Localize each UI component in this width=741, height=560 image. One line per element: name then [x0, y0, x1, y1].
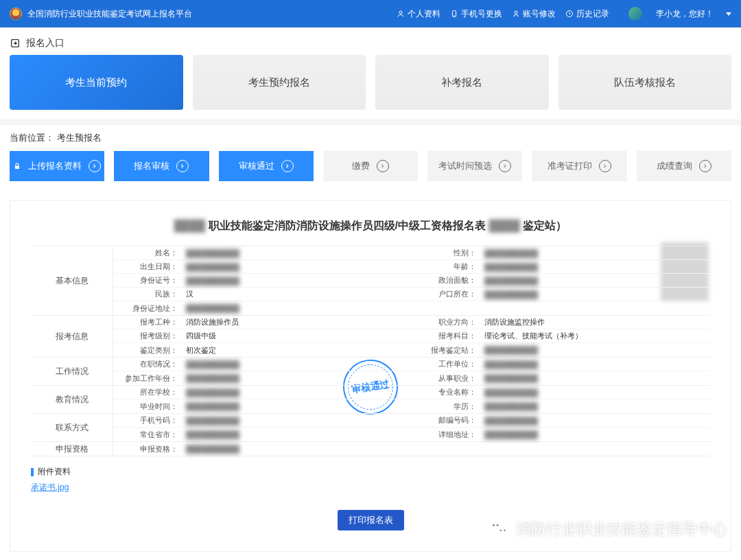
- label-edu: 学历：: [412, 400, 480, 413]
- value-idaddr: ██████████: [182, 303, 710, 314]
- value-gradtime: ██████████: [182, 401, 412, 412]
- entry-tabs: 考生当前预约 考生预约报名 补考报名 队伍考核报名: [0, 55, 741, 119]
- svg-point-3: [515, 11, 517, 14]
- tab-pre-register[interactable]: 考生预约报名: [193, 55, 366, 110]
- value-career: ██████████: [480, 373, 710, 384]
- tab-team-assess[interactable]: 队伍考核报名: [558, 55, 732, 110]
- user-greeting: 李小龙，您好！: [656, 8, 714, 20]
- tab-retake[interactable]: 补考报名: [375, 55, 549, 110]
- value-workunit: ██████████: [480, 359, 710, 370]
- rows-work: 在职情况： ██████████ 工作单位： ██████████ 参加工作年份…: [113, 358, 710, 386]
- step-nav: 上传报名资料 报名审核 审核通过 缴费 考试时间预选 准考证打印 成绩查询: [0, 151, 741, 191]
- app-title: 全国消防行业职业技能鉴定考试网上报名平台: [27, 8, 192, 20]
- step-upload-label: 上传报名资料: [28, 160, 82, 172]
- chevron-right-icon: [89, 160, 101, 172]
- entry-icon: [10, 38, 21, 49]
- group-edu: 教育情况: [31, 386, 113, 414]
- step-payment[interactable]: 缴费: [323, 151, 418, 181]
- label-gender: 性别：: [412, 246, 480, 259]
- breadcrumb: 当前位置： 考生预报名: [0, 125, 741, 151]
- label-level: 报考级别：: [113, 329, 182, 342]
- value-gender: ██████████: [480, 248, 710, 259]
- nav-profile[interactable]: 个人资料: [397, 8, 440, 20]
- label-jobstat: 在职情况：: [113, 358, 182, 371]
- label-school: 所在学校：: [113, 386, 182, 399]
- registration-form-panel: ████ 职业技能鉴定消防消防设施操作员四级/中级工资格报名表 ████ 鉴定站…: [10, 200, 731, 552]
- label-province: 常住省市：: [113, 428, 182, 441]
- phone-icon: [450, 10, 458, 18]
- label-subject: 报考科目：: [412, 329, 480, 342]
- value-age: ██████████: [480, 261, 710, 272]
- nav-phone[interactable]: 手机号更换: [450, 8, 502, 20]
- svg-point-2: [454, 16, 455, 16]
- breadcrumb-label: 当前位置：: [10, 132, 54, 143]
- rows-contact: 手机号码： ██████████ 邮编号码： ██████████ 常住省市： …: [113, 414, 710, 442]
- value-subject: 理论考试、技能考试（补考）: [480, 329, 710, 342]
- tab-current-appointment[interactable]: 考生当前预约: [10, 55, 183, 110]
- form-title-main: 职业技能鉴定消防消防设施操作员四级/中级工资格报名表: [209, 220, 486, 231]
- label-name: 姓名：: [113, 246, 182, 259]
- app-header: 全国消防行业职业技能鉴定考试网上报名平台 个人资料 手机号更换 账号修改 历史记…: [0, 0, 741, 27]
- label-station: 报考鉴定站：: [412, 344, 480, 357]
- label-type: 鉴定类别：: [113, 344, 182, 357]
- step-payment-label: 缴费: [352, 160, 370, 172]
- label-mobile: 手机号码：: [113, 414, 182, 427]
- label-direction: 职业方向：: [412, 316, 480, 329]
- chevron-down-icon[interactable]: [726, 12, 731, 16]
- value-edu: ██████████: [480, 401, 710, 412]
- rows-edu: 所在学校： ██████████ 专业名称： ██████████ 毕业时间： …: [113, 386, 710, 414]
- group-contact: 联系方式: [31, 414, 113, 442]
- rows-apply: 报考工种： 消防设施操作员 职业方向： 消防设施监控操作 报考级别： 四级中级 …: [113, 316, 710, 358]
- label-gradtime: 毕业时间：: [113, 400, 182, 413]
- label-age: 年龄：: [412, 260, 480, 273]
- value-station: ██████████: [480, 345, 710, 355]
- label-nation: 民族：: [113, 288, 182, 301]
- step-upload[interactable]: 上传报名资料: [10, 151, 104, 181]
- step-review[interactable]: 报名审核: [114, 151, 209, 181]
- label-qual: 申报资格：: [113, 443, 182, 456]
- chevron-right-icon: [281, 160, 294, 172]
- entry-title: 报名入口: [26, 37, 64, 49]
- print-form-button[interactable]: 打印报名表: [338, 510, 404, 530]
- nav-account[interactable]: 账号修改: [512, 8, 556, 20]
- label-addr: 详细地址：: [412, 428, 480, 441]
- value-level: 四级中级: [182, 329, 412, 342]
- divider: [0, 119, 741, 125]
- nav-history[interactable]: 历史记录: [565, 8, 609, 20]
- user-avatar[interactable]: [628, 7, 642, 21]
- accent-bar-icon: [31, 468, 34, 476]
- label-zip: 邮编号码：: [412, 414, 480, 427]
- value-major: ██████████: [480, 387, 710, 398]
- form-title-mid-redacted: ████: [489, 220, 519, 231]
- step-time[interactable]: 考试时间预选: [427, 151, 522, 181]
- attachments-header: 附件资料: [31, 466, 710, 478]
- group-apply: 报考信息: [31, 316, 113, 358]
- label-idaddr: 身份证地址：: [113, 302, 182, 315]
- attachment-link[interactable]: 承诺书.jpg: [31, 482, 69, 493]
- value-idno: ██████████: [182, 275, 412, 286]
- step-approved-label: 审核通过: [239, 160, 274, 172]
- value-birth: ██████████: [182, 261, 412, 272]
- step-print-ticket[interactable]: 准考证打印: [532, 151, 626, 181]
- value-jobstat: ██████████: [182, 359, 412, 370]
- value-direction: 消防设施监控操作: [480, 316, 710, 329]
- label-workyears: 参加工作年份：: [113, 372, 182, 385]
- attachments-title: 附件资料: [38, 466, 71, 478]
- user-icon: [397, 10, 405, 18]
- value-addr: ██████████: [480, 429, 710, 440]
- label-occupation: 报考工种：: [113, 316, 182, 329]
- nav-account-label: 账号修改: [523, 8, 556, 20]
- group-qual: 申报资格: [31, 442, 113, 456]
- step-score[interactable]: 成绩查询: [637, 151, 731, 181]
- step-approved[interactable]: 审核通过: [219, 151, 314, 181]
- label-residence: 户口所在：: [412, 288, 480, 301]
- label-major: 专业名称：: [412, 386, 480, 399]
- value-province: ██████████: [182, 429, 412, 440]
- app-logo-icon: [10, 8, 22, 20]
- nav-history-label: 历史记录: [576, 8, 609, 20]
- step-score-label: 成绩查询: [657, 160, 692, 172]
- header-nav: 个人资料 手机号更换 账号修改 历史记录 李小龙，您好！: [397, 7, 731, 21]
- chevron-right-icon: [377, 160, 389, 172]
- group-basic: 基本信息: [31, 246, 113, 316]
- chevron-right-icon: [499, 160, 511, 172]
